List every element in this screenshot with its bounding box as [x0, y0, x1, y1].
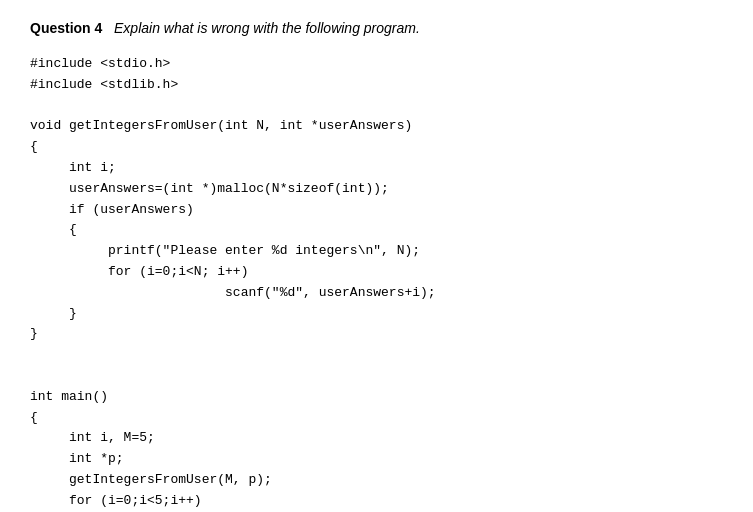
question-header: Question 4 Explain what is wrong with th… [30, 20, 723, 36]
question-number: Question 4 [30, 20, 102, 36]
question-prompt: Explain what is wrong with the following… [114, 20, 420, 36]
code-block: #include <stdio.h> #include <stdlib.h> v… [30, 54, 723, 512]
